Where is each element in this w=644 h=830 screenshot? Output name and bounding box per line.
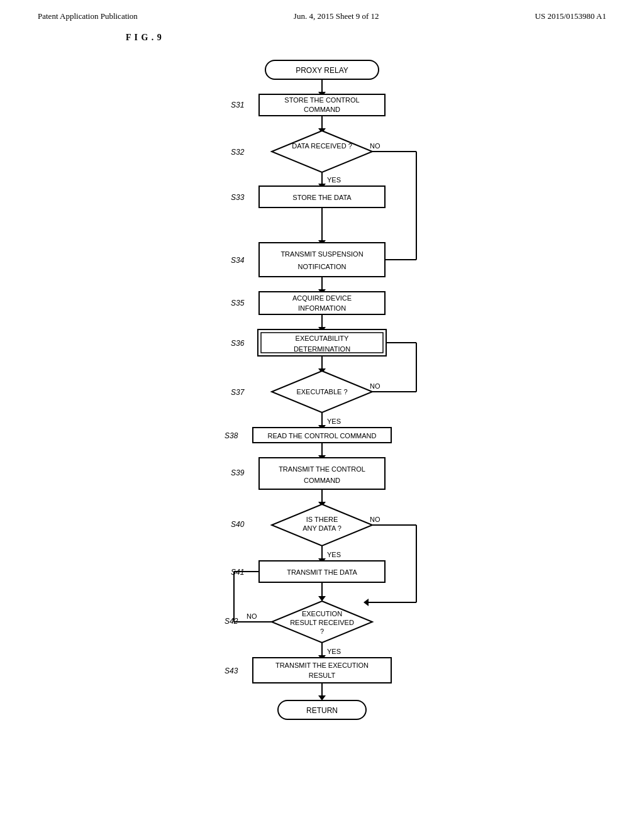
flowchart: NO NO bbox=[0, 49, 644, 778]
svg-marker-36 bbox=[364, 599, 369, 606]
svg-text:TRANSMIT THE CONTROL: TRANSMIT THE CONTROL bbox=[279, 465, 365, 473]
svg-text:NO: NO bbox=[247, 612, 257, 620]
svg-text:S35: S35 bbox=[231, 299, 245, 307]
svg-rect-64 bbox=[259, 243, 385, 277]
svg-text:STORE THE DATA: STORE THE DATA bbox=[292, 194, 352, 201]
svg-text:S36: S36 bbox=[231, 339, 245, 348]
svg-text:YES: YES bbox=[327, 418, 341, 425]
svg-text:EXECUTABLE ?: EXECUTABLE ? bbox=[296, 388, 347, 396]
start-label: PROXY RELAY bbox=[296, 66, 348, 75]
svg-text:TRANSMIT THE EXECUTION: TRANSMIT THE EXECUTION bbox=[275, 661, 369, 669]
svg-text:EXECUTABILITY: EXECUTABILITY bbox=[296, 335, 349, 342]
svg-text:IS THERE: IS THERE bbox=[306, 516, 338, 523]
svg-marker-58 bbox=[272, 131, 372, 172]
svg-text:S43: S43 bbox=[225, 667, 238, 675]
flowchart-svg: NO NO bbox=[108, 49, 536, 778]
svg-text:NO: NO bbox=[370, 516, 380, 523]
svg-text:YES: YES bbox=[327, 648, 341, 655]
svg-text:S33: S33 bbox=[231, 193, 245, 202]
svg-text:TRANSMIT THE DATA: TRANSMIT THE DATA bbox=[287, 568, 357, 576]
end-label: RETURN bbox=[306, 706, 338, 715]
header-left: Patent Application Publication bbox=[38, 11, 138, 21]
svg-text:INFORMATION: INFORMATION bbox=[298, 304, 346, 312]
svg-text:NO: NO bbox=[370, 142, 380, 150]
svg-text:S39: S39 bbox=[231, 468, 245, 477]
svg-text:ANY DATA ?: ANY DATA ? bbox=[303, 524, 341, 532]
svg-text:ACQUIRE DEVICE: ACQUIRE DEVICE bbox=[292, 294, 352, 302]
header-middle: Jun. 4, 2015 Sheet 9 of 12 bbox=[294, 11, 379, 21]
svg-text:S31: S31 bbox=[231, 101, 244, 109]
svg-text:DETERMINATION: DETERMINATION bbox=[294, 345, 350, 353]
figure-label: F I G . 9 bbox=[126, 33, 644, 43]
svg-text:RESULT RECEIVED: RESULT RECEIVED bbox=[290, 619, 354, 626]
svg-text:STORE THE CONTROL: STORE THE CONTROL bbox=[284, 96, 359, 104]
svg-text:COMMAND: COMMAND bbox=[304, 477, 340, 484]
header-right: US 2015/0153980 A1 bbox=[535, 11, 606, 21]
page-header: Patent Application Publication Jun. 4, 2… bbox=[0, 0, 644, 21]
svg-text:S32: S32 bbox=[231, 148, 245, 157]
svg-text:TRANSMIT SUSPENSION: TRANSMIT SUSPENSION bbox=[280, 250, 363, 258]
svg-text:READ THE CONTROL COMMAND: READ THE CONTROL COMMAND bbox=[268, 432, 377, 440]
svg-text:S37: S37 bbox=[231, 388, 245, 397]
svg-text:YES: YES bbox=[327, 176, 341, 184]
svg-marker-48 bbox=[318, 695, 326, 700]
svg-text:NO: NO bbox=[370, 382, 380, 390]
svg-text:YES: YES bbox=[327, 551, 341, 558]
svg-text:DATA RECEIVED ?: DATA RECEIVED ? bbox=[292, 142, 352, 150]
svg-text:S41: S41 bbox=[231, 568, 244, 577]
svg-text:RESULT: RESULT bbox=[309, 672, 336, 679]
svg-text:COMMAND: COMMAND bbox=[304, 106, 340, 113]
svg-text:NOTIFICATION: NOTIFICATION bbox=[298, 263, 347, 270]
svg-text:S34: S34 bbox=[231, 256, 245, 265]
svg-text:EXECUTION: EXECUTION bbox=[302, 610, 342, 617]
svg-text:S42: S42 bbox=[225, 617, 238, 626]
svg-text:S38: S38 bbox=[225, 431, 238, 440]
svg-text:?: ? bbox=[320, 628, 324, 635]
svg-rect-83 bbox=[259, 458, 385, 489]
svg-text:S40: S40 bbox=[231, 520, 245, 529]
